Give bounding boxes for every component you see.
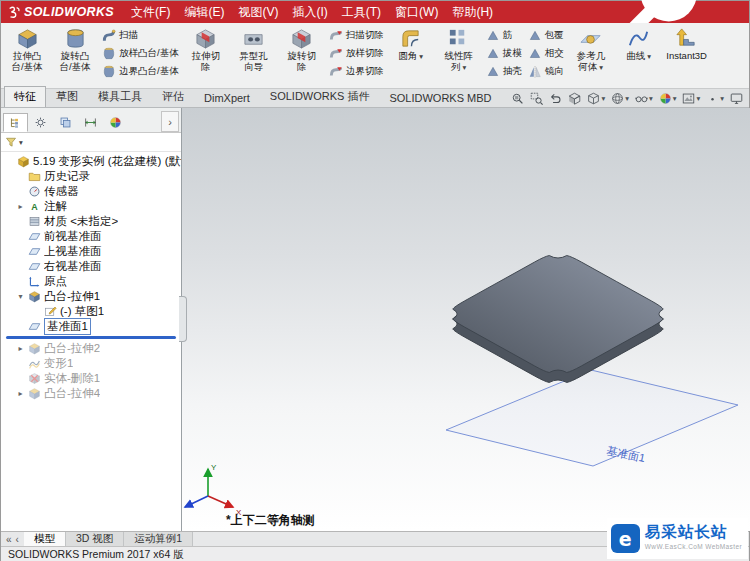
configurationmanager-tab[interactable] [53, 113, 78, 132]
tab-评估[interactable]: 评估 [152, 86, 194, 107]
ribbon-curves-icon[interactable]: 曲线 ▾ [615, 25, 663, 88]
monitor-icon [730, 92, 743, 105]
tree-item[interactable]: 历史记录 [1, 169, 181, 184]
menu-item-2[interactable]: 视图(V) [231, 4, 285, 21]
ribbon-mirror-icon[interactable]: 镜向 [528, 64, 564, 79]
doc-tab-运动算例1[interactable]: 运动算例1 [124, 532, 193, 546]
collapse-arrow-icon[interactable]: ▾ [16, 292, 25, 301]
dropdown-caret-icon: ▾ [649, 94, 653, 103]
ribbon-linear-pattern-icon[interactable]: 线性阵列 ▾ [435, 25, 483, 88]
tree-item[interactable]: 变形1 [1, 356, 181, 371]
ribbon-extruded-boss-icon[interactable]: 拉伸凸台/基体 [3, 25, 51, 88]
menu-item-0[interactable]: 文件(F) [124, 4, 177, 21]
monitor-button[interactable] [729, 91, 744, 106]
panel-splitter-handle[interactable] [179, 296, 187, 342]
origin-icon [28, 275, 41, 288]
tree-item[interactable]: 基准面1 [1, 319, 181, 334]
tree-item[interactable]: 材质 <未指定> [1, 214, 181, 229]
ribbon-extruded-cut-icon[interactable]: 拉伸切除 [182, 25, 230, 88]
command-tab-row: 特征草图模具工具评估DimXpertSOLIDWORKS 插件SOLIDWORK… [1, 89, 749, 108]
previous-view-button[interactable] [548, 91, 563, 106]
tab-模具工具[interactable]: 模具工具 [88, 86, 152, 107]
ribbon-button-label: 扫描 [119, 29, 138, 42]
displaymanager-tab[interactable] [103, 113, 128, 132]
menu-item-3[interactable]: 插入(I) [285, 4, 334, 21]
doc-tab-模型[interactable]: 模型 [24, 532, 66, 546]
view-settings-button[interactable]: ▾ [705, 91, 725, 106]
tree-item[interactable]: (-) 草图1 [1, 304, 181, 319]
ribbon-boundary-cut-icon[interactable]: 边界切除 [329, 64, 384, 79]
tab-SOLIDWORKS MBD[interactable]: SOLIDWORKS MBD [379, 89, 501, 107]
previous-tab-icon[interactable]: ‹ [16, 534, 19, 545]
tree-item-label: 上视基准面 [44, 244, 102, 259]
zoom-fit-button[interactable] [510, 91, 525, 106]
tree-item[interactable]: 5.19 变形实例 (花盆建模) (默认<<默认 [1, 154, 181, 169]
rewind-tabs-icon[interactable]: « [6, 534, 12, 545]
menu-item-1[interactable]: 编辑(E) [177, 4, 231, 21]
dimxpertmanager-tab[interactable] [78, 113, 103, 132]
ribbon-draft-icon[interactable]: 拔模 [486, 46, 522, 61]
intersect-icon [528, 47, 542, 61]
hud-toolbar: ▾▾▾▾▾▾ [510, 91, 744, 106]
menu-item-5[interactable]: 窗口(W) [388, 4, 445, 21]
tree-item[interactable]: 上视基准面 [1, 244, 181, 259]
ribbon-swept-cut-icon[interactable]: 扫描切除 [329, 28, 384, 43]
tree-item[interactable]: 传感器 [1, 184, 181, 199]
tab-SOLIDWORKS 插件[interactable]: SOLIDWORKS 插件 [260, 86, 380, 107]
section-view-button[interactable] [567, 91, 582, 106]
expand-arrow-icon[interactable]: ▸ [16, 389, 25, 398]
graphics-area[interactable]: 基准面1 Y X Z *上下二等角轴测 [182, 108, 750, 531]
ribbon-lofted-boss-icon[interactable]: 放样凸台/基体 [102, 46, 179, 61]
menu-item-4[interactable]: 工具(T) [335, 4, 388, 21]
ribbon-lofted-cut-icon[interactable]: 放样切除 [329, 46, 384, 61]
tree-item[interactable]: ▸注解 [1, 199, 181, 214]
dropdown-caret-icon: ▾ [645, 52, 651, 61]
propertymanager-tab[interactable] [28, 113, 53, 132]
tree-item[interactable]: 实体-删除1 [1, 371, 181, 386]
ribbon-button-label: 线性阵列 ▾ [444, 51, 473, 73]
filter-bar[interactable]: ▾ [1, 133, 181, 152]
plane-icon [28, 230, 41, 243]
ribbon-instant3d-icon[interactable]: Instant3D [663, 25, 711, 88]
dropdown-caret-icon: ▾ [417, 52, 423, 61]
ribbon-revolved-boss-icon[interactable]: 旋转凸台/基体 [51, 25, 99, 88]
panel-expand-button[interactable]: › [161, 111, 179, 132]
ribbon-shell-icon[interactable]: 抽壳 [486, 64, 522, 79]
tab-草图[interactable]: 草图 [46, 86, 88, 107]
zoom-area-button[interactable] [529, 91, 544, 106]
model-body[interactable] [441, 249, 675, 389]
ribbon-rib-icon[interactable]: 筋 [486, 28, 522, 43]
expand-arrow-icon[interactable]: ▸ [16, 202, 25, 211]
hide-show-items-button[interactable]: ▾ [634, 91, 654, 106]
expand-arrow-icon[interactable]: ▸ [16, 344, 25, 353]
tree-item-label: 5.19 变形实例 (花盆建模) (默认<<默认 [33, 154, 181, 169]
menu-item-6[interactable]: 帮助(H) [445, 4, 500, 21]
featuremanager-tab[interactable] [3, 113, 28, 132]
doc-tab-3D 视图[interactable]: 3D 视图 [66, 532, 124, 546]
tab-特征[interactable]: 特征 [4, 86, 46, 107]
reference-plane[interactable] [446, 370, 738, 466]
edit-appearance-button[interactable]: ▾ [658, 91, 678, 106]
ribbon-fillet-icon[interactable]: 圆角 ▾ [387, 25, 435, 88]
tree-item[interactable]: 前视基准面 [1, 229, 181, 244]
ribbon-revolved-cut-icon[interactable]: 旋转切除 [278, 25, 326, 88]
tree-item[interactable]: ▸凸台-拉伸4 [1, 386, 181, 401]
tree-item-label: 原点 [44, 274, 67, 289]
ribbon-reference-geometry-icon[interactable]: 参考几何体 ▾ [567, 25, 615, 88]
view-settings-icon [706, 92, 719, 105]
tree-item[interactable]: ▸凸台-拉伸2 [1, 341, 181, 356]
tab-DimXpert[interactable]: DimXpert [194, 89, 260, 107]
view-orientation-button[interactable]: ▾ [586, 91, 606, 106]
tree-item[interactable]: 右视基准面 [1, 259, 181, 274]
view-orientation-label: *上下二等角轴测 [226, 513, 315, 527]
apply-scene-button[interactable]: ▾ [681, 91, 701, 106]
ribbon-hole-wizard-icon[interactable]: 异型孔向导 [230, 25, 278, 88]
display-style-button[interactable]: ▾ [610, 91, 630, 106]
ribbon-intersect-icon[interactable]: 相交 [528, 46, 564, 61]
tree-item[interactable]: 原点 [1, 274, 181, 289]
ribbon-swept-boss-icon[interactable]: 扫描 [102, 28, 179, 43]
ribbon-wrap-icon[interactable]: 包覆 [528, 28, 564, 43]
ribbon-boundary-boss-icon[interactable]: 边界凸台/基体 [102, 64, 179, 79]
tree-item[interactable]: ▾凸台-拉伸1 [1, 289, 181, 304]
rollback-bar[interactable] [6, 336, 176, 339]
